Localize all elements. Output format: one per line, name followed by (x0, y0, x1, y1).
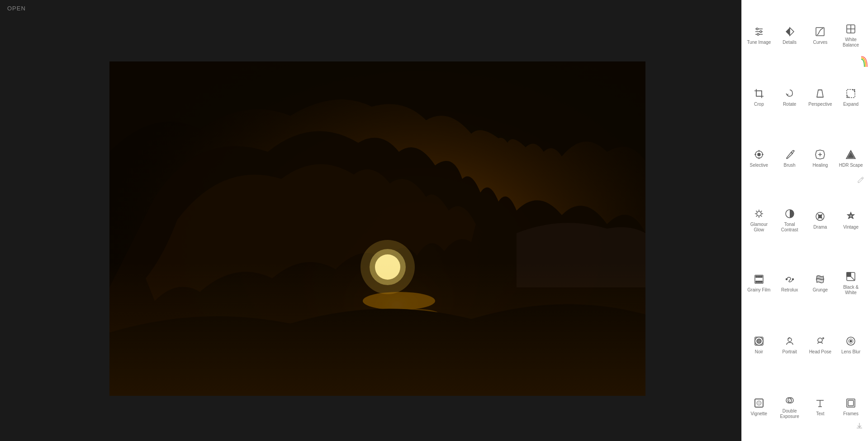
frames-icon (844, 397, 857, 409)
open-label[interactable]: OPEN (7, 5, 26, 12)
tool-perspective[interactable]: Perspective (805, 66, 836, 127)
rotate-icon (783, 87, 796, 100)
svg-rect-47 (758, 276, 760, 277)
retrolux-icon (783, 273, 796, 286)
tool-tonal-contrast[interactable]: Tonal Contrast (774, 188, 805, 251)
hdr-scape-label: HDR Scape (839, 163, 863, 168)
healing-label: Healing (812, 163, 828, 168)
svg-point-63 (850, 340, 852, 342)
vintage-icon (844, 210, 857, 223)
svg-rect-51 (760, 281, 762, 282)
svg-point-34 (757, 211, 761, 216)
selective-icon (753, 148, 765, 161)
image-container (109, 61, 645, 396)
canvas-area (0, 16, 741, 441)
frames-label: Frames (843, 411, 859, 417)
tool-glamour-glow[interactable]: Glamour Glow (744, 188, 774, 251)
svg-rect-49 (756, 281, 758, 282)
svg-rect-55 (847, 272, 851, 277)
svg-point-24 (758, 153, 760, 156)
svg-rect-73 (848, 400, 854, 406)
tool-expand[interactable]: Expand (835, 66, 866, 127)
white-balance-label: White Balance (837, 37, 864, 48)
svg-point-12 (756, 28, 758, 30)
svg-rect-48 (760, 276, 762, 277)
tool-vignette[interactable]: Vignette (744, 375, 774, 437)
curves-label: Curves (813, 40, 828, 45)
double-exposure-label: Double Exposure (776, 408, 803, 419)
tool-noir[interactable]: Noir (744, 314, 774, 375)
svg-line-41 (761, 211, 762, 212)
svg-point-58 (757, 339, 761, 343)
tool-grainy-film[interactable]: Grainy Film (744, 251, 774, 314)
tonal-contrast-icon (783, 207, 796, 220)
tool-head-pose[interactable]: Head Pose (805, 314, 836, 375)
vignette-icon (753, 397, 765, 409)
perspective-icon (814, 87, 826, 100)
curves-icon (814, 25, 826, 38)
crop-label: Crop (754, 102, 764, 107)
tool-double-exposure[interactable]: Double Exposure (774, 375, 805, 437)
text-icon (814, 397, 826, 409)
tool-brush[interactable]: Brush (774, 127, 805, 188)
vintage-label: Vintage (843, 225, 859, 230)
lens-blur-label: Lens Blur (841, 349, 860, 355)
pencil-edit-icon[interactable] (857, 176, 864, 185)
lens-blur-icon (844, 335, 857, 347)
grunge-icon (814, 273, 826, 286)
retrolux-label: Retrolux (781, 287, 798, 293)
portrait-icon (783, 335, 796, 347)
tool-healing[interactable]: Healing (805, 127, 836, 188)
expand-label: Expand (843, 102, 859, 107)
head-pose-icon (814, 335, 826, 347)
noir-label: Noir (755, 349, 763, 355)
tool-black-white[interactable]: Black & White (835, 251, 866, 314)
tool-retrolux[interactable]: Retrolux (774, 251, 805, 314)
tool-drama[interactable]: Drama (805, 188, 836, 251)
vignette-label: Vignette (751, 411, 768, 417)
svg-point-65 (757, 401, 761, 405)
svg-point-14 (757, 33, 759, 35)
svg-rect-22 (847, 89, 855, 98)
tool-crop[interactable]: Crop (744, 66, 774, 127)
svg-point-52 (786, 278, 787, 280)
svg-line-42 (756, 216, 757, 216)
rotate-label: Rotate (783, 102, 796, 107)
text-label: Text (816, 411, 824, 417)
tune-image-icon (753, 25, 765, 38)
svg-point-53 (792, 278, 793, 280)
glamour-glow-icon (753, 207, 765, 220)
tool-vintage[interactable]: Vintage (835, 188, 866, 251)
drama-icon (814, 210, 826, 223)
healing-icon (814, 148, 826, 161)
hdr-scape-icon (844, 148, 857, 161)
svg-line-29 (791, 152, 792, 154)
tool-details[interactable]: Details (774, 4, 805, 66)
tool-curves[interactable]: Curves (805, 4, 836, 66)
svg-rect-46 (756, 276, 758, 277)
svg-rect-50 (758, 281, 760, 282)
tool-grunge[interactable]: Grunge (805, 251, 836, 314)
rainbow-arc-decoration (859, 54, 868, 68)
crop-icon (753, 87, 765, 100)
tool-portrait[interactable]: Portrait (774, 314, 805, 375)
tool-selective[interactable]: Selective (744, 127, 774, 188)
download-icon[interactable] (855, 422, 863, 432)
tool-lens-blur[interactable]: Lens Blur (835, 314, 866, 375)
black-white-label: Black & White (837, 285, 864, 296)
svg-line-39 (756, 211, 757, 212)
double-exposure-icon (783, 394, 796, 407)
tonal-contrast-label: Tonal Contrast (776, 222, 803, 233)
tool-tune-image[interactable]: Tune Image (744, 4, 774, 66)
tool-rotate[interactable]: Rotate (774, 66, 805, 127)
selective-label: Selective (750, 163, 768, 168)
tool-text[interactable]: Text (805, 375, 836, 437)
black-white-icon (844, 270, 857, 283)
svg-marker-16 (790, 28, 794, 36)
svg-point-6 (363, 292, 435, 310)
svg-point-7 (394, 309, 440, 320)
grainy-film-label: Grainy Film (747, 287, 770, 293)
grunge-label: Grunge (813, 287, 828, 293)
tune-image-label: Tune Image (747, 40, 771, 45)
main-area: OPEN (0, 0, 741, 441)
